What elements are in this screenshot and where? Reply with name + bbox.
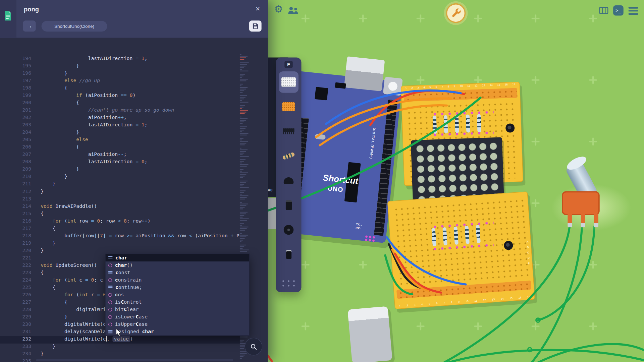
wire-green-pot[interactable] — [443, 227, 570, 362]
code-line-210[interactable]: 210 } — [0, 174, 240, 181]
tools-wrench-button[interactable] — [446, 3, 466, 23]
device-tab[interactable]: ShortcutUno(Clone) — [42, 21, 107, 32]
function-icon — [108, 263, 112, 267]
code-line-198[interactable]: 198 { — [0, 85, 240, 92]
code-line-214[interactable]: 214void DrawAIPaddle() — [0, 203, 240, 210]
component-tool-buzzer[interactable] — [279, 219, 299, 241]
code-line-195[interactable]: 195 } — [0, 63, 240, 70]
code-line-201[interactable]: 201 //can't go more up so go down — [0, 107, 240, 115]
potentiometer-leg — [594, 214, 598, 228]
function-icon — [108, 293, 112, 297]
search-button[interactable] — [245, 338, 262, 356]
device-link-arrow-button[interactable]: → — [23, 20, 36, 32]
potentiometer-leg — [581, 214, 585, 228]
code-line-212[interactable]: 212} — [0, 188, 240, 196]
wrench-icon — [450, 7, 462, 19]
keyword-icon — [108, 285, 112, 289]
autocomplete-item-constrain[interactable]: constrain — [106, 276, 249, 284]
code-line-234[interactable]: 234} — [0, 351, 240, 358]
autocomplete-item-char[interactable]: char() — [106, 261, 249, 269]
breadboard-orange-icon — [282, 102, 295, 111]
function-icon — [108, 322, 112, 326]
code-line-197[interactable]: 197 else //go up — [0, 77, 240, 85]
code-line-200[interactable]: 200 { — [0, 100, 240, 107]
code-line-213[interactable]: 213 — [0, 196, 240, 203]
toolbar-hotkey-badge: F — [284, 61, 292, 68]
code-line-208[interactable]: 208 lastAIDirection = 0; — [0, 159, 240, 166]
code-line-206[interactable]: 206 { — [0, 144, 240, 152]
code-line-202[interactable]: 202 aiPosition++; — [0, 115, 240, 122]
wire-orange[interactable] — [320, 105, 447, 145]
potentiometer-body[interactable] — [562, 191, 600, 215]
function-icon — [108, 278, 112, 282]
code-line-232[interactable]: 232 digitalWrite(c, value) — [0, 336, 240, 344]
code-line-209[interactable]: 209 } — [0, 166, 240, 174]
component-tool-breadboard-white[interactable] — [279, 71, 299, 93]
keyword-icon — [108, 256, 112, 260]
code-line-218[interactable]: 218 buffer[row][7] = row >= aiPosition &… — [0, 233, 240, 240]
wire-red-edge[interactable] — [268, 355, 272, 361]
autocomplete-item-isControl[interactable]: isControl — [106, 298, 249, 306]
menu-icon[interactable] — [628, 7, 638, 15]
function-icon — [108, 308, 112, 311]
circuit-canvas[interactable]: A0 Shortcut UNO DIGITAL (PWM~) TX→ RX← 1… — [268, 0, 644, 362]
autocomplete-item-isUpperCase[interactable]: isUpperCase — [106, 320, 249, 328]
autocomplete-popup[interactable]: charchar()constconstraincontinue;cosisCo… — [105, 254, 250, 336]
keyword-icon — [108, 270, 112, 275]
autocomplete-item-cos[interactable]: cos — [106, 291, 249, 298]
notes-icon[interactable] — [4, 11, 12, 21]
transistor-icon — [284, 177, 293, 184]
potentiometer-leg — [568, 214, 572, 228]
component-tool-pin-header[interactable] — [279, 121, 299, 142]
component-tool-transistor[interactable] — [279, 170, 299, 191]
code-line-215[interactable]: 215{ — [0, 210, 240, 218]
autocomplete-item-isLowerCase[interactable]: isLowerCase — [106, 313, 249, 320]
horizontal-scrollbar[interactable] — [36, 359, 233, 361]
code-line-204[interactable]: 204 } — [0, 129, 240, 137]
mouse-pointer — [116, 328, 122, 337]
search-icon — [250, 343, 257, 350]
floppy-icon — [252, 23, 258, 29]
autocomplete-item-const[interactable]: const — [106, 269, 249, 276]
wire-green-corner[interactable] — [536, 344, 644, 362]
capacitor-icon — [285, 200, 291, 210]
code-line-196[interactable]: 196 } — [0, 70, 240, 77]
electrolytic-capacitor-icon — [286, 250, 291, 259]
component-tool-resistor[interactable] — [279, 145, 299, 167]
components-box-icon[interactable] — [599, 6, 608, 15]
collaborators-icon[interactable] — [287, 7, 299, 15]
code-editor[interactable]: 194 lastAIDirection = 1;195 }196 }197 el… — [0, 0, 268, 362]
breadboard-white-icon — [281, 77, 296, 87]
sketch-title: pong — [24, 6, 39, 13]
code-line-203[interactable]: 203 lastAIDirection = 1; — [0, 122, 240, 129]
code-line-199[interactable]: 199 if (aiPosition == 0) — [0, 93, 240, 100]
code-line-194[interactable]: 194 lastAIDirection = 1; — [0, 55, 240, 63]
wire-green-pot[interactable] — [531, 227, 582, 362]
autocomplete-item-bitClear[interactable]: bitClear — [106, 306, 249, 313]
code-line-219[interactable]: 219 } — [0, 240, 240, 247]
toolbar-drag-handle[interactable] — [276, 280, 301, 286]
param-hint: value — [113, 336, 130, 342]
function-icon — [108, 300, 112, 304]
code-line-207[interactable]: 207 aiPosition--; — [0, 152, 240, 159]
buzzer-icon — [284, 225, 293, 235]
settings-icon[interactable]: ⚙ — [274, 3, 283, 15]
component-tool-breadboard-orange[interactable] — [279, 96, 299, 118]
autocomplete-item-unsignedchar[interactable]: unsigned char — [106, 328, 249, 335]
code-line-216[interactable]: 216 for (int row = 0; row < 8; row++) — [0, 218, 240, 225]
autocomplete-item-continue[interactable]: continue; — [106, 284, 249, 291]
function-icon — [108, 315, 112, 319]
component-toolbar: F — [276, 57, 301, 292]
autocomplete-item-char[interactable]: char — [106, 254, 249, 261]
panel-header: pong × → ShortcutUno(Clone) — [0, 0, 268, 38]
close-icon[interactable]: × — [253, 4, 263, 14]
code-line-205[interactable]: 205 else — [0, 137, 240, 144]
save-button[interactable] — [249, 20, 262, 32]
keyword-icon — [108, 329, 112, 334]
component-tool-capacitor[interactable] — [279, 194, 299, 216]
code-line-217[interactable]: 217 { — [0, 225, 240, 233]
code-line-233[interactable]: 233 } — [0, 344, 240, 351]
console-icon[interactable]: >_ — [613, 5, 624, 16]
code-line-211[interactable]: 211 } — [0, 181, 240, 188]
component-tool-electrolytic-capacitor[interactable] — [279, 244, 299, 265]
